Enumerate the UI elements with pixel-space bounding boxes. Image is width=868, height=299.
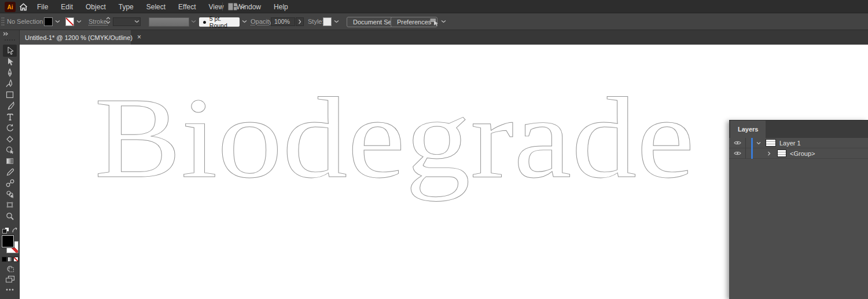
menu-select[interactable]: Select [146, 3, 165, 11]
layer-expand-toggle[interactable] [755, 141, 762, 145]
menu-edit[interactable]: Edit [61, 3, 73, 11]
stroke-weight-chevron-icon[interactable] [134, 20, 139, 23]
brush-preset-label: 5 pt. Round [209, 15, 240, 29]
none-button[interactable] [13, 257, 19, 262]
curvature-tool-icon [6, 79, 14, 88]
swap-fill-stroke-icon[interactable] [12, 227, 18, 234]
rotate-tool[interactable] [0, 122, 20, 133]
layer-color-bar [751, 148, 753, 159]
graphic-style-swatch[interactable] [323, 17, 332, 26]
fill-swatch[interactable] [2, 235, 14, 247]
tools-panel [0, 30, 20, 299]
rectangle-tool[interactable] [0, 89, 20, 100]
stroke-weight-stepper[interactable] [106, 17, 111, 24]
control-bar: No Selection Stroke: 5 pt. Round Opacity [0, 13, 868, 30]
paintbrush-tool[interactable] [0, 100, 20, 111]
drawing-modes-button[interactable] [0, 265, 20, 272]
menu-file[interactable]: File [37, 3, 48, 11]
gradient-tool-icon [6, 158, 14, 165]
gradient-tool[interactable] [0, 155, 20, 166]
edit-toolbar-button[interactable] [0, 289, 20, 291]
gradient-button[interactable] [8, 257, 13, 262]
workspace-switcher[interactable] [228, 3, 245, 10]
flag-chevron-icon[interactable] [441, 20, 446, 23]
toolbar-grip-handle[interactable] [4, 39, 16, 41]
chevron-down-icon [756, 141, 761, 145]
tool-list [0, 45, 20, 221]
eraser-tool[interactable] [0, 133, 20, 144]
color-button[interactable] [2, 257, 7, 262]
layers-list: Layer 1 <Group> [729, 138, 868, 159]
artwork-outline-text[interactable]: Biodegrade [94, 74, 694, 202]
direct-selection-tool-icon [6, 57, 14, 66]
screen-mode-button[interactable] [0, 276, 20, 283]
document-tab[interactable]: Untitled-1* @ 1200 % (CMYK/Outline) × [20, 30, 131, 45]
workspace-switcher-icon [228, 3, 237, 10]
pen-tool[interactable] [0, 67, 20, 78]
fill-chevron-down-icon[interactable] [55, 20, 60, 23]
visibility-toggle[interactable] [729, 148, 746, 159]
illustrator-logo-icon[interactable]: Ai [5, 2, 16, 12]
layers-tab[interactable]: Layers [730, 121, 766, 138]
menu-bar: Ai File Edit Object Type Select Effect V… [0, 0, 868, 13]
shape-builder-tool[interactable] [0, 144, 20, 155]
blend-tool-icon [6, 179, 14, 187]
menu-effect[interactable]: Effect [178, 3, 196, 11]
color-type-buttons [2, 257, 19, 262]
blend-tool[interactable] [0, 177, 20, 188]
eye-icon [734, 140, 741, 145]
zoom-tool-icon [6, 212, 14, 220]
brush-definition-select[interactable]: 5 pt. Round [199, 17, 240, 27]
symbol-sprayer-tool[interactable] [0, 188, 20, 199]
layer-row-group[interactable]: <Group> [729, 148, 868, 159]
opacity-expand-button[interactable] [296, 17, 304, 26]
layer-name[interactable]: Layer 1 [779, 140, 801, 147]
layer-row-layer1[interactable]: Layer 1 [729, 138, 868, 148]
stroke-chevron-down-icon[interactable] [76, 20, 82, 23]
menu-help[interactable]: Help [274, 3, 288, 11]
layers-panel: Layers Layer 1 [729, 120, 868, 299]
zoom-tool[interactable] [0, 210, 20, 221]
style-chevron-icon[interactable] [334, 20, 339, 23]
swatch-utility-row [0, 227, 20, 234]
group-name[interactable]: <Group> [790, 150, 815, 157]
menu-object[interactable]: Object [86, 3, 106, 11]
eyedropper-tool-icon [6, 168, 14, 176]
eyedropper-tool[interactable] [0, 166, 20, 177]
opacity-input[interactable]: 100% [271, 17, 295, 26]
shape-builder-tool-icon [6, 146, 14, 154]
group-thumbnail[interactable] [777, 150, 786, 157]
pointer-flag-icon[interactable] [429, 18, 439, 26]
fill-color-swatch[interactable] [44, 17, 53, 26]
group-expand-toggle[interactable] [766, 151, 773, 156]
style-label: Style: [308, 13, 324, 30]
chevron-right-icon [298, 19, 301, 24]
menu-separator [222, 2, 223, 11]
curvature-tool[interactable] [0, 78, 20, 89]
direct-selection-tool[interactable] [0, 56, 20, 67]
panel-grip-handle[interactable] [1, 17, 5, 27]
pen-tool-icon [6, 68, 14, 77]
type-tool[interactable] [0, 111, 20, 122]
selection-tool[interactable] [0, 45, 20, 56]
stroke-color-swatch[interactable] [65, 17, 74, 26]
default-fill-stroke-icon[interactable] [2, 227, 9, 234]
drawing-modes-icon [6, 265, 14, 272]
screen-mode-icon [6, 276, 14, 283]
layer-thumbnail[interactable] [766, 139, 776, 147]
eraser-tool-icon [6, 135, 14, 143]
toolbar-expand-icon[interactable] [3, 32, 9, 36]
artboard-tool[interactable] [0, 199, 20, 210]
profile-chevron-icon [191, 20, 196, 23]
menu-items: File Edit Object Type Select Effect View… [37, 0, 288, 13]
menu-view[interactable]: View [209, 3, 224, 11]
ellipsis-icon [6, 289, 14, 291]
tab-close-icon[interactable]: × [137, 30, 141, 45]
home-icon[interactable] [19, 2, 28, 12]
visibility-toggle[interactable] [729, 138, 746, 148]
selection-status: No Selection [7, 13, 43, 30]
brush-chevron-icon[interactable] [242, 20, 247, 23]
eye-icon [734, 151, 741, 156]
chevron-down-icon [240, 5, 245, 9]
menu-type[interactable]: Type [119, 3, 134, 11]
